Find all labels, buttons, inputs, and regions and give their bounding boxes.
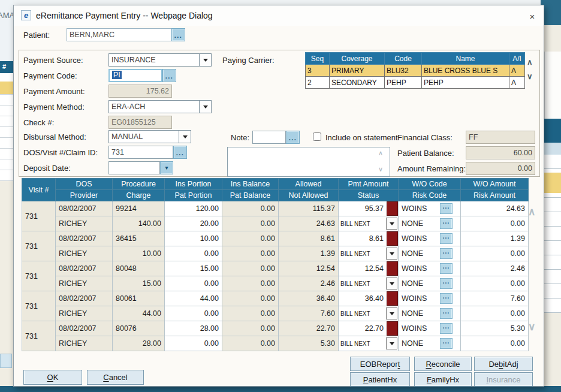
- disbursal-method-select[interactable]: MANUAL: [108, 130, 191, 143]
- patient-input[interactable]: [67, 28, 172, 41]
- payment-source-select[interactable]: INSURANCE: [108, 53, 212, 67]
- risk-code-cell[interactable]: NONE...: [399, 246, 461, 261]
- status-dropdown-button[interactable]: [386, 337, 397, 349]
- wo-code-lookup-button[interactable]: ...: [440, 293, 453, 304]
- wo-code-lookup-button[interactable]: ...: [440, 203, 453, 214]
- risk-code-cell[interactable]: NONE...: [399, 216, 461, 231]
- patient-lookup-button[interactable]: ...: [171, 28, 185, 41]
- payment-code-input[interactable]: PI: [108, 69, 162, 82]
- risk-code-cell[interactable]: NONE...: [399, 276, 461, 291]
- note-textarea[interactable]: [227, 147, 390, 177]
- status-dropdown-button[interactable]: [386, 278, 397, 290]
- note-lookup-button[interactable]: ...: [286, 131, 300, 144]
- grid-header-row-top: Visit # DOS Procedure Ins Portion Ins Ba…: [22, 179, 529, 190]
- close-icon[interactable]: ×: [526, 10, 539, 22]
- risk-amount-cell[interactable]: 0.00: [461, 216, 529, 231]
- carrier-name: BLUE CROSS BLUE S: [422, 65, 509, 77]
- wo-code-lookup-button[interactable]: ...: [440, 233, 453, 244]
- status-dropdown-button[interactable]: [386, 248, 397, 260]
- carrier-row-selected[interactable]: 3 PRIMARY BLU32 BLUE CROSS BLUE S A: [306, 65, 525, 77]
- cancel-button[interactable]: Cancel: [87, 370, 144, 385]
- dos-visit-claim-input[interactable]: [108, 146, 173, 159]
- pat-portion-cell[interactable]: 0.00: [165, 276, 222, 291]
- note-scroll-up-icon[interactable]: ∧: [378, 150, 383, 156]
- grid-col-not-allowed: Not Allowed: [279, 190, 339, 201]
- risk-amount-cell[interactable]: 0.00: [461, 336, 529, 351]
- note-scroll-down-icon[interactable]: ∨: [378, 166, 383, 173]
- carrier-code: BLU32: [385, 65, 422, 77]
- wo-amount-cell[interactable]: 7.60: [461, 291, 529, 306]
- carrier-scroll-down-icon[interactable]: ∨: [527, 73, 533, 80]
- carrier-code: PEHP: [385, 77, 422, 89]
- payment-method-select[interactable]: ERA-ACH: [108, 100, 212, 113]
- ok-button[interactable]: OK: [23, 370, 82, 385]
- eob-report-button[interactable]: EOB Report: [350, 357, 410, 371]
- risk-amount-cell[interactable]: 0.00: [461, 306, 529, 321]
- pat-portion-cell[interactable]: 0.00: [165, 246, 222, 261]
- family-hx-button[interactable]: Family Hx: [414, 372, 472, 387]
- pmt-amount-cell[interactable]: 8.61: [339, 231, 399, 246]
- status-cell[interactable]: BILL NEXT: [339, 246, 399, 261]
- status-cell[interactable]: BILL NEXT: [339, 276, 399, 291]
- risk-code-lookup-button[interactable]: ...: [440, 308, 453, 319]
- wo-code-lookup-button[interactable]: ...: [440, 323, 453, 334]
- ins-portion-cell[interactable]: 15.00: [165, 261, 222, 276]
- wo-amount-cell[interactable]: 24.63: [461, 201, 529, 216]
- grid-scroll-up-icon[interactable]: ∧: [528, 207, 535, 217]
- risk-code-cell[interactable]: NONE...: [399, 306, 461, 321]
- ins-portion-cell[interactable]: 28.00: [165, 321, 222, 336]
- procedure-cell: 80048: [113, 261, 165, 276]
- pmt-amount-cell[interactable]: 22.70: [339, 321, 399, 336]
- wo-amount-cell[interactable]: 5.30: [461, 321, 529, 336]
- wo-amount-cell[interactable]: 2.46: [461, 261, 529, 276]
- pmt-amount-cell[interactable]: 12.54: [339, 261, 399, 276]
- wo-code-lookup-button[interactable]: ...: [440, 263, 453, 274]
- risk-code-lookup-button[interactable]: ...: [440, 278, 453, 289]
- wo-code-cell[interactable]: WOINS...: [399, 291, 461, 306]
- grid-scroll-down-icon[interactable]: ∨: [528, 322, 535, 332]
- wo-code-cell[interactable]: WOINS...: [399, 321, 461, 336]
- wo-code-cell[interactable]: WOINS...: [399, 261, 461, 276]
- risk-code-cell[interactable]: NONE...: [399, 336, 461, 351]
- procedure-cell: 99214: [113, 201, 165, 216]
- pat-portion-cell[interactable]: 0.00: [165, 306, 222, 321]
- deposit-date-input[interactable]: [108, 161, 160, 174]
- wo-code-cell[interactable]: WOINS...: [399, 201, 461, 216]
- paying-carrier-label: Paying Carrier:: [222, 56, 275, 65]
- risk-code-lookup-button[interactable]: ...: [440, 248, 453, 259]
- pmt-amount-cell[interactable]: 36.40: [339, 291, 399, 306]
- risk-code-lookup-button[interactable]: ...: [440, 338, 453, 349]
- status-dropdown-button[interactable]: [386, 307, 397, 319]
- ins-portion-cell[interactable]: 44.00: [165, 291, 222, 306]
- risk-code-lookup-button[interactable]: ...: [440, 218, 453, 229]
- status-cell[interactable]: BILL NEXT: [339, 216, 399, 231]
- carrier-scroll-up-icon[interactable]: ∧: [527, 58, 533, 66]
- dos-visit-claim-lookup-button[interactable]: ...: [173, 146, 187, 159]
- include-on-statement-checkbox[interactable]: [313, 132, 321, 141]
- status-dropdown-button[interactable]: [386, 218, 397, 230]
- reconcile-button[interactable]: Reconcile: [414, 357, 472, 371]
- status-cell[interactable]: BILL NEXT: [339, 306, 399, 321]
- chevron-down-icon[interactable]: [179, 131, 191, 143]
- pat-portion-cell[interactable]: 20.00: [165, 216, 222, 231]
- chevron-down-icon[interactable]: [199, 54, 211, 66]
- note-input[interactable]: [252, 131, 286, 144]
- pmt-amount-cell[interactable]: 95.37: [339, 201, 399, 216]
- pat-portion-cell[interactable]: 0.00: [165, 336, 222, 351]
- deposit-date-dropdown-button[interactable]: ▾: [160, 161, 173, 174]
- risk-amount-cell[interactable]: 0.00: [461, 246, 529, 261]
- patient-hx-button[interactable]: Patient Hx: [350, 372, 410, 387]
- carrier-row[interactable]: 2 SECONDARY PEHP PEHP A: [306, 77, 525, 89]
- debit-adj-button[interactable]: Debit Adj: [474, 357, 533, 371]
- wo-code-cell[interactable]: WOINS...: [399, 231, 461, 246]
- wo-amount-cell[interactable]: 1.39: [461, 231, 529, 246]
- carrier-header-row: Seq Coverage Code Name A/I: [306, 53, 525, 65]
- chevron-down-icon[interactable]: [199, 101, 211, 113]
- dialog-titlebar[interactable]: e eRemittance Payment Entry -- Webpage D…: [14, 5, 544, 26]
- status-cell[interactable]: BILL NEXT: [339, 336, 399, 351]
- carrier-ai: A: [509, 65, 525, 77]
- risk-amount-cell[interactable]: 0.00: [461, 276, 529, 291]
- ins-portion-cell[interactable]: 120.00: [165, 201, 222, 216]
- ins-portion-cell[interactable]: 10.00: [165, 231, 222, 246]
- payment-code-lookup-button[interactable]: ...: [162, 69, 176, 82]
